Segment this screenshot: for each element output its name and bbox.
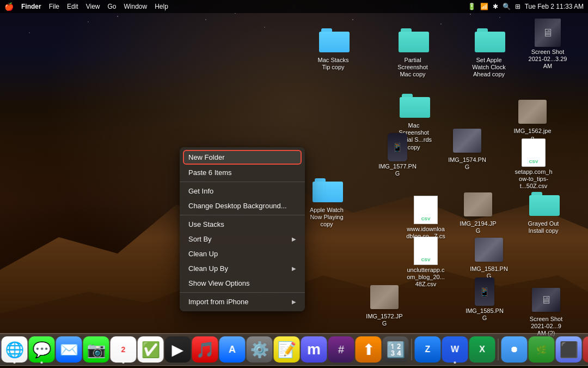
dock-zoom[interactable]: Z bbox=[415, 336, 441, 363]
dock-calculator[interactable]: 🔢 bbox=[383, 336, 409, 363]
change-desktop-menu-item[interactable]: Change Desktop Background... bbox=[180, 198, 305, 213]
dock-appletv[interactable]: ▶ bbox=[165, 336, 191, 363]
change-desktop-label: Change Desktop Background... bbox=[188, 202, 287, 210]
dock-reminders[interactable]: ✅ bbox=[138, 336, 164, 363]
icon-label: IMG_1572.JPG bbox=[365, 313, 404, 327]
dock-messages[interactable]: 💬 bbox=[29, 336, 55, 363]
folder-teal bbox=[399, 28, 427, 53]
desktop-icon-screenshot2[interactable]: 🖥 Screen Shot 2021-02...9 AM (2) bbox=[524, 283, 568, 340]
desktop-icon-mac-stacks-tip[interactable]: Mac Stacks Tip copy bbox=[311, 25, 355, 73]
csv-thumbnail bbox=[414, 237, 438, 265]
go-menu[interactable]: Go bbox=[108, 3, 117, 10]
apple-menu[interactable]: 🍎 bbox=[4, 2, 14, 11]
desktop-icon-img1581[interactable]: IMG_1581.PNG bbox=[467, 233, 511, 282]
view-menu[interactable]: View bbox=[86, 3, 100, 10]
icon-label: Mac Stacks Tip copy bbox=[314, 57, 353, 71]
dock-green-app[interactable]: 🌿 bbox=[529, 336, 555, 363]
screenshot-thumbnail: 🖥 bbox=[532, 288, 560, 312]
import-from-iphone-arrow: ▶ bbox=[292, 299, 296, 305]
use-stacks-label: Use Stacks bbox=[188, 220, 224, 228]
edit-menu[interactable]: Edit bbox=[67, 3, 78, 10]
dock-screen-recorder[interactable]: ⏺ bbox=[501, 336, 528, 363]
phone-thumbnail: 📱 bbox=[388, 133, 407, 161]
dock-colorbox-app[interactable]: ⬛ bbox=[556, 336, 582, 363]
icon-label: Set Apple Watch Clock Ahead copy bbox=[469, 57, 509, 79]
dock-messenger[interactable]: m bbox=[301, 336, 327, 363]
clean-up-by-label: Clean Up By bbox=[188, 264, 228, 273]
jpg-thumbnail bbox=[464, 192, 492, 216]
mail-icon: ✉️ bbox=[59, 341, 78, 359]
help-menu[interactable]: Help bbox=[155, 3, 168, 10]
dock-mail[interactable]: ✉️ bbox=[56, 336, 82, 363]
desktop-icon-img1577[interactable]: 📱 IMG_1577.PNG bbox=[376, 131, 419, 179]
desktop-icon-img1574[interactable]: IMG_1574.PNG bbox=[445, 124, 489, 173]
folder-teal bbox=[529, 192, 558, 217]
dock-system-preferences[interactable]: ⚙️ bbox=[247, 336, 273, 363]
file-icon-img bbox=[464, 190, 492, 219]
word-icon: W bbox=[451, 345, 459, 354]
dock-notes[interactable]: 📝 bbox=[274, 336, 300, 363]
desktop-icon-partial-screenshot[interactable]: Partial Screenshot Mac copy bbox=[391, 25, 434, 81]
jpg-thumbnail bbox=[518, 100, 547, 124]
dock-excel[interactable]: X bbox=[469, 336, 495, 363]
dock-launchpad[interactable]: 🚀 bbox=[0, 336, 1, 363]
clean-up-label: Clean Up bbox=[188, 250, 218, 258]
show-view-options-label: Show View Options bbox=[188, 279, 250, 287]
file-icon-img bbox=[475, 236, 503, 264]
desktop-icon-set-apple-watch[interactable]: Set Apple Watch Clock Ahead copy bbox=[467, 25, 511, 81]
dock-appstore[interactable]: A bbox=[219, 336, 246, 363]
dock-facetime[interactable]: 📷 bbox=[83, 336, 109, 363]
file-menu[interactable]: File bbox=[49, 3, 59, 10]
dock-slack[interactable]: # bbox=[328, 336, 354, 363]
csv-thumbnail bbox=[522, 138, 546, 167]
dock-transloader[interactable]: ⬆ bbox=[356, 336, 382, 363]
search-icon[interactable]: 🔍 bbox=[503, 3, 511, 10]
desktop-icon-grayed-install[interactable]: Grayed Out Install copy bbox=[522, 188, 565, 237]
control-center-icon[interactable]: ⊞ bbox=[515, 3, 520, 10]
clean-up-menu-item[interactable]: Clean Up bbox=[180, 246, 305, 261]
get-info-menu-item[interactable]: Get Info bbox=[180, 184, 305, 198]
icon-label: IMG_1585.PNG bbox=[465, 307, 504, 322]
desktop-icon-setapp-csv[interactable]: setapp.com_how-to_tips-t...50Z.csv bbox=[512, 136, 555, 192]
syspref-icon: ⚙️ bbox=[250, 341, 269, 359]
desktop-icon-apple-watch[interactable]: Apple Watch Now Playing copy bbox=[305, 174, 348, 231]
desktop-icon-img1585[interactable]: 📱 IMG_1585.PNG bbox=[463, 275, 506, 324]
jpg-thumbnail bbox=[370, 285, 399, 309]
file-icon-img: 🖥 bbox=[534, 19, 562, 47]
menu-separator-2 bbox=[180, 215, 305, 215]
dock-music[interactable]: 🎵 bbox=[192, 336, 218, 363]
desktop-icon-unclutter-csv[interactable]: unclutterapp.com_blog_20...48Z.csv bbox=[404, 234, 448, 291]
transloader-icon: ⬆ bbox=[362, 341, 375, 359]
reminders-icon: ✅ bbox=[141, 341, 160, 359]
show-view-options-menu-item[interactable]: Show View Options bbox=[180, 276, 305, 291]
use-stacks-menu-item[interactable]: Use Stacks bbox=[180, 217, 305, 232]
window-menu[interactable]: Window bbox=[124, 3, 148, 10]
folder-icon-img bbox=[529, 190, 558, 219]
new-folder-item[interactable]: New Folder bbox=[183, 150, 302, 164]
dock-calendar[interactable]: 2 bbox=[111, 336, 137, 363]
file-icon-img bbox=[412, 237, 440, 265]
desktop-icon-screenshot[interactable]: 🖥 Screen Shot 2021-02...3.29 AM bbox=[526, 16, 569, 73]
paste-items-label: Paste 6 Items bbox=[188, 168, 231, 177]
folder-icon-img bbox=[319, 27, 347, 55]
appstore-icon: A bbox=[229, 344, 236, 355]
dock-chrome[interactable]: 🌐 bbox=[2, 336, 28, 363]
desktop-icon-img2194[interactable]: IMG_2194.JPG bbox=[456, 188, 500, 237]
slack-icon: # bbox=[338, 343, 344, 356]
dock-dot bbox=[14, 361, 16, 364]
import-from-iphone-label: Import from iPhone bbox=[188, 298, 249, 306]
menu-separator-1 bbox=[180, 182, 305, 182]
sort-by-menu-item[interactable]: Sort By ▶ bbox=[180, 232, 305, 246]
dock-word[interactable]: W bbox=[442, 336, 468, 363]
calculator-icon: 🔢 bbox=[386, 341, 405, 359]
import-from-iphone-menu-item[interactable]: Import from iPhone ▶ bbox=[180, 294, 305, 309]
highlight-ring bbox=[183, 150, 302, 165]
battery-icon: 🔋 bbox=[468, 3, 476, 10]
dock-red-app[interactable]: ●●● bbox=[583, 336, 589, 363]
desktop-icon-img1572[interactable]: IMG_1572.JPG bbox=[363, 281, 406, 329]
finder-menu[interactable]: Finder bbox=[21, 3, 41, 10]
paste-items-menu-item[interactable]: Paste 6 Items bbox=[180, 165, 305, 180]
wifi-icon: 📶 bbox=[480, 3, 488, 10]
folder-blue bbox=[319, 28, 347, 53]
clean-up-by-menu-item[interactable]: Clean Up By ▶ bbox=[180, 261, 305, 276]
